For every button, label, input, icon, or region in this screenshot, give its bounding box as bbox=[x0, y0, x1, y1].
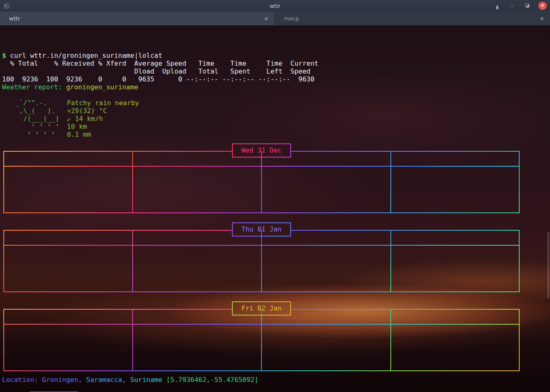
weather-details: Patchy light d… +26(29) °C ↙ 10-12 km/h … bbox=[72, 248, 133, 291]
weather-ascii-art: _`/"".-. ,\_( ). /(___(__) ‘ ‘ ‘ ‘ ‘ ‘ ‘… bbox=[396, 327, 458, 370]
weather-details: Partly Cloudy +27(29) °C ↙ 15-21 km/h 10… bbox=[330, 169, 382, 212]
forecast-cell: _`/"".-. ,\_( ). /(___(__) ‘ ‘ ‘ ‘ ‘ ‘ ‘… bbox=[261, 246, 391, 291]
tab-close-icon[interactable]: × bbox=[540, 15, 544, 22]
period-night: Night bbox=[391, 310, 520, 324]
weather-details: Overcast +25(28) °C ↙ 10-17 km/h 10 km 0… bbox=[330, 327, 379, 370]
forecast-cell: .--. .-( ). (___.__)__) Overcast +25(28)… bbox=[261, 325, 391, 370]
weather-details: Patchy rain ne… +25(28) °C ← 9-13 km/h 9… bbox=[72, 327, 133, 370]
title-bar[interactable]: >_ wttr ▲ – × bbox=[0, 0, 550, 12]
terminal-window: >_ wttr ▲ – × wttr × mocp × $ curl wttr.… bbox=[0, 0, 550, 392]
period-noon: Noon bbox=[133, 152, 262, 166]
tab-bar: wttr × mocp × bbox=[0, 12, 550, 25]
period-evening: Evening bbox=[261, 152, 391, 166]
period-morning: Morning bbox=[3, 152, 133, 166]
forecast-cell: _`/"".-. ,\_( ). /(___(__) ‘ ‘ ‘ ‘ ‘ ‘ ‘… bbox=[391, 167, 520, 212]
tab-wttr[interactable]: wttr × bbox=[0, 12, 275, 25]
period-evening: Evening bbox=[261, 310, 391, 324]
period-noon: Noon bbox=[133, 310, 262, 324]
weather-details: Patchy rain ne… +25(27) °C ↙ 12-19 km/h … bbox=[460, 169, 520, 212]
weather-details: Patchy rain ne… +26(29) °C ↙ 10-16 km/h … bbox=[330, 248, 391, 291]
forecast-cell: _`/"".-. ,\_( ). /(___(__) ‘ ‘ ‘ ‘ ‘ ‘ ‘… bbox=[133, 325, 262, 370]
forecast-cell: _`/"".-. ,\_( ). /(___(__) ‘ ‘ ‘ ‘ ‘ ‘ ‘… bbox=[133, 167, 262, 212]
maximize-button[interactable] bbox=[523, 3, 531, 9]
period-noon: Noon bbox=[133, 231, 262, 245]
weather-details: Patchy rain ne… +28(31) °C ↙ 10-13 km/h … bbox=[202, 248, 262, 291]
tab-close-icon[interactable]: × bbox=[264, 15, 269, 22]
period-night: Night bbox=[391, 152, 520, 166]
period-night: Night bbox=[391, 231, 520, 245]
forecast-cell: _`/"".-. ,\_( ). /(___(__) ‘ ‘ ‘ ‘ ‘ ‘ ‘… bbox=[391, 246, 520, 291]
forecast-cell: _`/"".-. ,\_( ). /(___(__) ‘ ‘ ‘ ‘ ‘ ‘ ‘… bbox=[391, 325, 520, 370]
weather-details: Light rain sho… +27(31) °C ↙ 9-15 km/h 1… bbox=[202, 327, 262, 370]
weather-ascii-art: _`/"".-. ,\_( ). /(___(__) ‘ ‘ ‘ ‘ ‘ ‘ ‘… bbox=[266, 248, 329, 291]
weather-details: Patchy rain ne… +24(26) °C ↙ 9-17 km/h 1… bbox=[460, 248, 520, 291]
weather-details: Partly Cloudy +27(30) °C ↙ 12-16 km/h 10… bbox=[72, 169, 124, 212]
current-conditions: _`/"".-. ,\_( ). /(___(__) ‘ ‘ ‘ ‘ ‘ ‘ ‘… bbox=[2, 99, 139, 138]
shade-window-button[interactable]: ▲ bbox=[493, 3, 501, 9]
window-title: wttr bbox=[0, 3, 550, 9]
current-details: Patchy rain nearby +29(32) °C ↙ 14 km/h … bbox=[67, 99, 139, 138]
forecast-cell: _`/"".-. ,\_( ). /(___(__) ‘ ‘ ‘ ‘ ‘ ‘ ‘… bbox=[133, 246, 262, 291]
weather-ascii-art: _`/"".-. ,\_( ). /(___(__) ‘ ‘ ‘ ‘ ‘ ‘ ‘… bbox=[8, 248, 71, 291]
forecast-table-wed-31-dec: Wed 31 Dec Morning Noon Evening Night \ … bbox=[3, 151, 520, 213]
location-line: Location: Groningen, Saramacca, Suriname… bbox=[2, 376, 259, 384]
weather-ascii-art: _`/"".-. ,\_( ). /(___(__) ‘ ‘ ‘ ‘ ‘ ‘ ‘… bbox=[8, 327, 71, 370]
weather-details: Patchy rain ne… +24(26) °C ↙ 10-17 km/h … bbox=[460, 327, 520, 370]
command-line: $ curl wttr.in/groningen_suriname|lolcat bbox=[2, 52, 162, 59]
weather-ascii-art: .--. .-( ). (___.__)__) bbox=[266, 327, 329, 370]
period-morning: Morning bbox=[3, 310, 133, 324]
weather-ascii-art: _`/"".-. ,\_( ). /(___(__) ‘ ‘ ‘ ‘ ‘ ‘ ‘… bbox=[138, 327, 200, 370]
weather-details: Patchy rain ne… +30(33) °C ↙ 14-16 km/h … bbox=[202, 169, 262, 212]
scrollbar-thumb[interactable] bbox=[548, 232, 549, 298]
weather-ascii-art: _`/"".-. ,\_( ). /(___(__) ‘ ‘ ‘ ‘ ‘ ‘ ‘… bbox=[138, 248, 200, 291]
weather-report-title: Weather report: groningen_suriname bbox=[2, 83, 138, 91]
weather-ascii-art: \ / _ /"".-. \_( ). /(___(__) bbox=[8, 169, 71, 212]
forecast-cell: \ / _ /"".-. \_( ). /(___(__) Partly Clo… bbox=[261, 167, 391, 212]
window-controls: ▲ – × bbox=[493, 0, 547, 12]
close-window-button[interactable]: × bbox=[538, 2, 547, 10]
forecast-table-fri-02-jan: Fri 02 Jan Morning Noon Evening Night _`… bbox=[3, 309, 520, 371]
weather-ascii-art: _`/"".-. ,\_( ). /(___(__) ‘ ‘ ‘ ‘ ‘ ‘ ‘… bbox=[138, 169, 200, 212]
weather-ascii-art: \ / _ /"".-. \_( ). /(___(__) bbox=[266, 169, 329, 212]
forecast-cell: _`/"".-. ,\_( ). /(___(__) ‘ ‘ ‘ ‘ ‘ ‘ ‘… bbox=[3, 325, 133, 370]
curl-progress: % Total % Received % Xferd Average Speed… bbox=[2, 59, 318, 83]
minimize-button[interactable]: – bbox=[508, 3, 516, 9]
weather-ascii-art: _`/"".-. ,\_( ). /(___(__) ‘ ‘ ‘ ‘ ‘ ‘ ‘… bbox=[396, 248, 458, 291]
forecast-cell: \ / _ /"".-. \_( ). /(___(__) Partly Clo… bbox=[3, 167, 133, 212]
weather-ascii-art: _`/"".-. ,\_( ). /(___(__) ‘ ‘ ‘ ‘ ‘ ‘ ‘… bbox=[396, 169, 458, 212]
weather-ascii-art: _`/"".-. ,\_( ). /(___(__) ‘ ‘ ‘ ‘ ‘ ‘ ‘… bbox=[11, 99, 67, 138]
period-morning: Morning bbox=[3, 231, 133, 245]
forecast-table-thu-01-jan: Thu 01 Jan Morning Noon Evening Night _`… bbox=[3, 230, 520, 292]
terminal-screen[interactable]: $ curl wttr.in/groningen_suriname|lolcat… bbox=[0, 25, 550, 392]
forecast-cell: _`/"".-. ,\_( ). /(___(__) ‘ ‘ ‘ ‘ ‘ ‘ ‘… bbox=[3, 246, 133, 291]
period-evening: Evening bbox=[261, 231, 391, 245]
tab-mocp[interactable]: mocp × bbox=[275, 12, 550, 25]
